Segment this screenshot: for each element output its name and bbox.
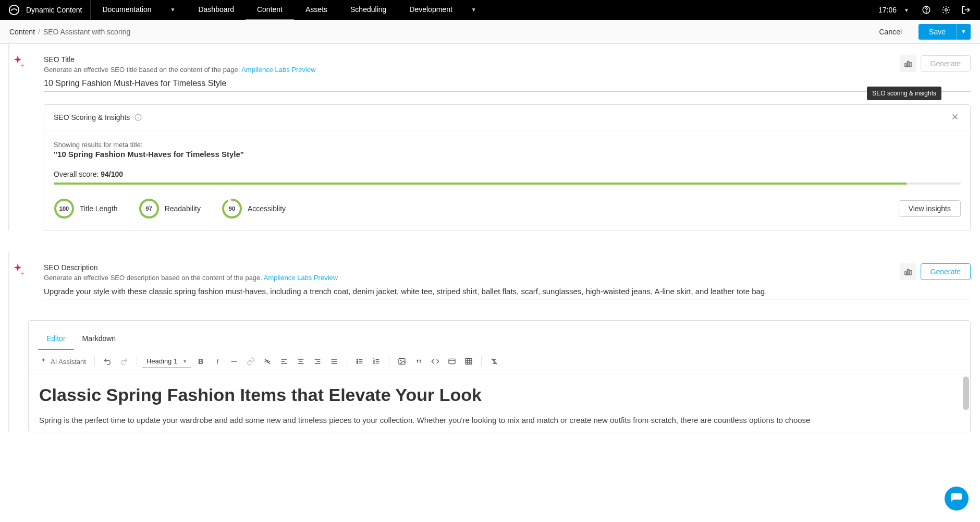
- insights-panel: SEO Scoring & Insights Showing results f…: [44, 104, 971, 231]
- breadcrumb-bar: Content / SEO Assistant with scoring Can…: [0, 20, 980, 44]
- nav-content[interactable]: Content: [246, 0, 294, 20]
- svg-point-2: [926, 11, 926, 12]
- svg-rect-6: [910, 63, 911, 67]
- seo-title-input[interactable]: [44, 74, 971, 92]
- generate-desc-button[interactable]: Generate: [921, 263, 971, 280]
- generate-title-button[interactable]: Generate: [921, 55, 971, 72]
- unlink-icon[interactable]: [260, 354, 275, 369]
- svg-rect-4: [905, 64, 906, 67]
- nav-scheduling[interactable]: Scheduling: [339, 0, 398, 20]
- align-left-icon[interactable]: [277, 354, 291, 369]
- seo-title-subtitle: Generate an effective SEO title based on…: [44, 66, 900, 74]
- svg-point-3: [945, 9, 948, 11]
- close-icon[interactable]: [950, 112, 961, 123]
- svg-rect-15: [907, 270, 909, 275]
- nav-development-label: Development: [409, 5, 452, 14]
- top-nav: Dynamic Content Documentation ▼ Dashboar…: [0, 0, 980, 20]
- gear-icon[interactable]: [941, 5, 951, 15]
- undo-icon[interactable]: [100, 354, 115, 369]
- bold-icon[interactable]: B: [193, 354, 208, 369]
- cancel-button[interactable]: Cancel: [869, 23, 911, 40]
- align-justify-icon[interactable]: [327, 354, 341, 369]
- results-meta-title: "10 Spring Fashion Must-Haves for Timele…: [54, 150, 961, 159]
- ai-assistant-button[interactable]: AI Assistant: [36, 355, 89, 368]
- donut-gauge: 97: [139, 198, 160, 219]
- view-insights-button[interactable]: View insights: [899, 200, 961, 217]
- tooltip-seo-insights: SEO scoring & insights: [867, 87, 941, 100]
- insights-title: SEO Scoring & Insights: [54, 113, 130, 122]
- clear-format-icon[interactable]: [487, 354, 501, 369]
- overall-progress: [54, 183, 961, 185]
- content-paragraph: Spring is the perfect time to update you…: [39, 415, 960, 427]
- nav-dashboard-label: Dashboard: [198, 5, 234, 14]
- svg-point-24: [400, 360, 401, 361]
- nav-development[interactable]: Development ▼: [398, 0, 487, 20]
- metric: 100Title Length: [54, 198, 118, 219]
- editor-tabs: Editor Markdown: [29, 321, 970, 350]
- save-button[interactable]: Save: [918, 24, 956, 40]
- align-right-icon[interactable]: [310, 354, 325, 369]
- seo-desc-input[interactable]: [44, 282, 971, 299]
- seo-desc-subtitle: Generate an effective SEO description ba…: [44, 274, 900, 282]
- insights-icon-button[interactable]: [900, 55, 916, 72]
- logout-icon[interactable]: [961, 5, 971, 15]
- hr-icon[interactable]: [227, 354, 241, 369]
- seo-description-block: SEO Description Generate an effective SE…: [18, 263, 971, 299]
- nav-dashboard[interactable]: Dashboard: [187, 0, 246, 20]
- overall-score: Overall score: 94/100: [54, 170, 961, 178]
- brand: Dynamic Content: [0, 0, 91, 20]
- save-button-group: Save ▼: [918, 24, 971, 40]
- italic-icon[interactable]: I: [210, 354, 225, 369]
- donut-gauge: 100: [54, 198, 75, 219]
- tab-editor[interactable]: Editor: [38, 330, 74, 350]
- help-icon[interactable]: [922, 5, 931, 15]
- chevron-down-icon: ▼: [182, 359, 187, 364]
- chat-fab[interactable]: [945, 487, 969, 511]
- metric-label: Readability: [165, 204, 201, 213]
- time-display[interactable]: 17:06 ▼: [878, 6, 909, 14]
- preview-link[interactable]: Amplience Labs Preview: [241, 66, 315, 74]
- editor-content[interactable]: Classic Spring Fashion Items that Elevat…: [29, 373, 970, 432]
- content-heading: Classic Spring Fashion Items that Elevat…: [39, 385, 960, 405]
- nav-documentation[interactable]: Documentation ▼: [91, 0, 187, 20]
- codeblock-icon[interactable]: [445, 354, 459, 369]
- metric-label: Accessiblity: [248, 204, 286, 213]
- metric-score: 90: [222, 198, 242, 219]
- align-center-icon[interactable]: [293, 354, 308, 369]
- svg-rect-14: [905, 272, 906, 275]
- results-for-label: Showing results for meta title:: [54, 141, 961, 149]
- svg-text:3: 3: [373, 362, 375, 365]
- svg-point-19: [357, 362, 358, 363]
- number-list-icon[interactable]: 123: [369, 354, 384, 369]
- donut-gauge: 90: [222, 198, 242, 219]
- nav-scheduling-label: Scheduling: [350, 5, 386, 14]
- seo-title-block: SEO Title Generate an effective SEO titl…: [18, 55, 971, 231]
- metric: 90Accessiblity: [222, 198, 286, 219]
- breadcrumb-sep: /: [38, 28, 40, 36]
- brand-label: Dynamic Content: [26, 6, 82, 14]
- tab-markdown[interactable]: Markdown: [74, 330, 125, 350]
- image-icon[interactable]: [395, 354, 409, 369]
- save-caret-button[interactable]: ▼: [956, 24, 971, 40]
- bullet-list-icon[interactable]: [352, 354, 367, 369]
- link-icon[interactable]: [243, 354, 258, 369]
- svg-point-0: [9, 5, 19, 15]
- scrollbar[interactable]: [963, 377, 969, 410]
- breadcrumb-root[interactable]: Content: [9, 28, 35, 36]
- table-icon[interactable]: [461, 354, 476, 369]
- insights-icon-button[interactable]: [900, 263, 916, 280]
- code-icon[interactable]: [428, 354, 443, 369]
- nav-assets[interactable]: Assets: [294, 0, 339, 20]
- quote-icon[interactable]: [411, 354, 426, 369]
- nav-right: 17:06 ▼: [878, 0, 980, 20]
- info-icon[interactable]: [134, 113, 142, 122]
- svg-rect-16: [910, 271, 911, 275]
- chevron-down-icon: ▼: [471, 7, 476, 13]
- heading-select[interactable]: Heading 1 ▼: [142, 355, 191, 368]
- seo-title-label: SEO Title: [44, 55, 900, 64]
- metric-score: 97: [139, 198, 160, 219]
- preview-link[interactable]: Amplience Labs Preview: [264, 274, 338, 282]
- redo-icon[interactable]: [117, 354, 131, 369]
- svg-point-17: [357, 359, 358, 360]
- chevron-down-icon: ▼: [904, 7, 909, 13]
